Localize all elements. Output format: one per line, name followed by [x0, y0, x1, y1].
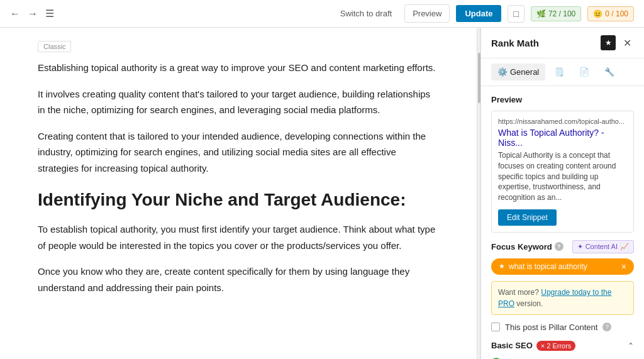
basic-seo-left: Basic SEO × 2 Errors — [491, 341, 575, 351]
keyword-tag[interactable]: ★ what is topical authority × — [491, 258, 634, 275]
social-icon: 🗒️ — [554, 67, 564, 77]
editor-paragraph-4: To establish topical authority, you must… — [38, 221, 439, 253]
content-ai-icon: ✦ — [577, 243, 583, 251]
forward-icon[interactable]: → — [28, 8, 38, 19]
sidebar: Rank Math ★ ✕ ⚙️ General 🗒️ 📄 🔧 — [480, 28, 644, 359]
editor-heading: Identifying Your Niche and Target Audien… — [38, 189, 439, 211]
preview-url: https://nissarahamed.com/topical-autho..… — [498, 118, 627, 125]
sidebar-header-icons: ★ ✕ — [601, 35, 634, 50]
sidebar-content: Preview https://nissarahamed.com/topical… — [481, 86, 644, 359]
preview-description: Topical Authority is a concept that focu… — [498, 150, 627, 203]
tab-social[interactable]: 🗒️ — [548, 64, 570, 80]
keyword-remove-icon[interactable]: × — [621, 262, 626, 272]
switch-draft-button[interactable]: Switch to draft — [334, 5, 398, 22]
editor-paragraph-5: Once you know who they are, create conte… — [38, 263, 439, 295]
score-orange-icon: 😐 — [593, 9, 602, 18]
preview-button[interactable]: Preview — [404, 4, 450, 23]
pillar-content-row: This post is Pillar Content ? — [491, 323, 634, 332]
sidebar-tabs: ⚙️ General 🗒️ 📄 🔧 — [481, 58, 644, 86]
edit-snippet-button[interactable]: Edit Snippet — [498, 209, 557, 226]
focus-keyword-header: Focus Keyword ? ✦ Content AI 📈 — [491, 240, 634, 253]
keyword-star-icon: ★ — [499, 262, 505, 270]
sidebar-header: Rank Math ★ ✕ — [481, 28, 644, 58]
pillar-content-checkbox[interactable] — [491, 323, 500, 331]
schema-icon: 📄 — [579, 67, 589, 77]
tab-schema[interactable]: 📄 — [573, 64, 596, 80]
preview-section-title: Preview — [491, 95, 634, 104]
seo-score-badge-green[interactable]: 🌿 72 / 100 — [531, 6, 581, 21]
content-ai-label: Content AI — [586, 243, 618, 250]
score-green-icon: 🌿 — [536, 9, 546, 18]
gear-icon: ⚙️ — [497, 67, 508, 77]
sidebar-title: Rank Math — [491, 38, 539, 48]
tab-general-label: General — [510, 67, 539, 77]
errors-badge: × 2 Errors — [536, 341, 576, 351]
update-button[interactable]: Update — [456, 5, 501, 22]
star-button[interactable]: ★ — [601, 35, 616, 50]
pillar-content-help-icon[interactable]: ? — [602, 323, 611, 331]
advanced-icon: 🔧 — [604, 67, 614, 77]
toolbar-right: Switch to draft Preview Update □ 🌿 72 / … — [334, 4, 634, 23]
view-toggle-button[interactable]: □ — [508, 5, 524, 23]
upgrade-suffix: version. — [516, 299, 543, 308]
menu-icon[interactable]: ☰ — [45, 8, 54, 19]
editor-area: Classic Establishing topical authority i… — [0, 28, 477, 359]
scroll-divider — [477, 28, 480, 359]
editor-inner: Classic Establishing topical authority i… — [0, 28, 477, 318]
seo-score-badge-orange[interactable]: 😐 0 / 100 — [587, 6, 634, 21]
preview-box: https://nissarahamed.com/topical-autho..… — [491, 111, 634, 233]
score-green-label: 72 / 100 — [548, 9, 575, 18]
preview-title[interactable]: What is Topical Authority? - Niss... — [498, 128, 627, 148]
pillar-content-label: This post is Pillar Content — [505, 323, 597, 332]
upgrade-box: Want more? Upgrade today to the PRO vers… — [491, 281, 634, 315]
focus-keyword-text: Focus Keyword — [491, 242, 552, 251]
toolbar-left: ← → ☰ — [10, 8, 54, 19]
block-label: Classic — [38, 41, 71, 52]
editor-paragraph-3: Creating content that is tailored to you… — [38, 128, 439, 177]
basic-seo-collapse-icon[interactable]: ⌃ — [628, 341, 634, 350]
close-button[interactable]: ✕ — [621, 36, 634, 50]
score-orange-label: 0 / 100 — [605, 9, 628, 18]
editor-paragraph-2: It involves creating quality content tha… — [38, 86, 439, 118]
main-area: Classic Establishing topical authority i… — [0, 28, 644, 359]
tab-advanced[interactable]: 🔧 — [598, 64, 621, 80]
focus-keyword-label: Focus Keyword ? — [491, 242, 564, 251]
trending-icon: 📈 — [620, 243, 629, 251]
content-ai-button[interactable]: ✦ Content AI 📈 — [572, 240, 634, 253]
scroll-thumb[interactable] — [478, 53, 480, 103]
keyword-tag-text: what is topical authority — [509, 262, 587, 271]
tab-general[interactable]: ⚙️ General — [491, 64, 545, 80]
toolbar: ← → ☰ Switch to draft Preview Update □ 🌿… — [0, 0, 644, 28]
basic-seo-header: Basic SEO × 2 Errors ⌃ — [491, 341, 634, 351]
editor-paragraph-1: Establishing topical authority is a grea… — [38, 60, 439, 76]
focus-keyword-help-icon[interactable]: ? — [555, 242, 564, 251]
upgrade-text: Want more? — [498, 288, 539, 297]
back-icon[interactable]: ← — [10, 8, 20, 19]
basic-seo-label: Basic SEO — [491, 341, 533, 350]
